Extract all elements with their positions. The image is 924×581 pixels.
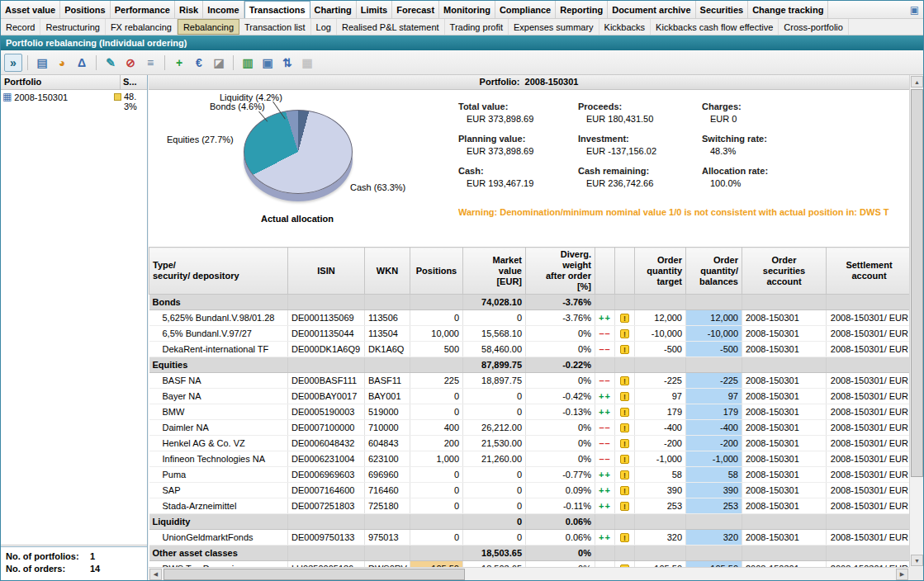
edit-order-icon[interactable]: ✎ (102, 54, 120, 72)
menu-tab-document-archive[interactable]: Document archive (608, 1, 695, 18)
position-row[interactable]: PumaDE000696960369696000-0.77%++!5858200… (149, 467, 910, 483)
column-header-market-value[interactable]: Market value [EUR] (463, 248, 526, 295)
scroll-up-button[interactable]: ▲ (911, 76, 923, 87)
menu-tab-compliance[interactable]: Compliance (495, 1, 556, 18)
scroll-right-button[interactable]: ▶ (896, 569, 908, 580)
menu-tab-performance[interactable]: Performance (111, 1, 175, 18)
cell-market-value: 0 (463, 483, 526, 498)
column-header-share[interactable]: S... (121, 75, 147, 89)
menu-tab-limits[interactable]: Limits (357, 1, 392, 18)
column-header-order-securities-account[interactable]: Order securities account (742, 248, 827, 295)
scroll-down-button[interactable]: ▼ (911, 555, 923, 566)
position-row[interactable]: Bayer NADE000BAY0017BAY00100-0.42%++!979… (149, 389, 910, 404)
group-row[interactable]: Equities87,899.75-0.22% (149, 357, 910, 373)
euro-icon[interactable]: € (190, 54, 208, 72)
cell-order-securities-account: 2008-150301 (742, 373, 827, 389)
position-row[interactable]: Daimler NADE000710000071000040026,212.00… (149, 420, 910, 436)
column-header-settlement-account[interactable]: Settlement account (827, 248, 910, 295)
sub-tab-cross-portfolio[interactable]: Cross-portfolio (779, 19, 849, 35)
sub-tab-fx-rebalancing[interactable]: FX rebalancing (106, 19, 178, 35)
vertical-scroll-thumb[interactable] (911, 89, 923, 477)
position-row[interactable]: 5,625% Bundanl.V.98/01.28DE0001135069113… (149, 310, 910, 326)
position-row[interactable]: Stada-ArzneimittelDE000725180372518000-0… (149, 498, 910, 514)
delete-order-icon[interactable]: ⊘ (121, 54, 140, 72)
sort-icon[interactable]: ⇅ (278, 54, 296, 72)
column-header-wkn[interactable]: WKN (365, 248, 410, 295)
position-row[interactable]: DWS Top DynamicLU0350005186DWS0RV105.501… (149, 561, 910, 568)
cell-diverg-weight: 0% (526, 561, 595, 568)
cell-name: Daimler NA (149, 420, 288, 436)
menu-tab-monitoring[interactable]: Monitoring (439, 1, 495, 18)
portfolio-sidebar: Portfolio S... ▦2008-15030148.3% No. of … (1, 75, 148, 580)
column-header-isin[interactable]: ISIN (288, 248, 365, 295)
cell-trend (595, 514, 615, 530)
menu-tab-risk[interactable]: Risk (175, 1, 203, 18)
menu-tab-securities[interactable]: Securities (696, 1, 749, 18)
group-row[interactable]: Bonds74,028.10-3.76% (149, 295, 910, 310)
cell-order-quantity-balances: -105.50 (686, 561, 742, 568)
sub-tab-trading-profit[interactable]: Trading profit (445, 19, 509, 35)
sub-tab-kickbacks[interactable]: Kickbacks (599, 19, 652, 35)
add-icon[interactable]: + (170, 54, 188, 72)
position-row[interactable]: BMWDE000519000351900000-0.13%++!17917920… (149, 404, 910, 420)
menu-tab-change-tracking[interactable]: Change tracking (748, 1, 828, 18)
menu-tab-transactions[interactable]: Transactions (244, 1, 310, 18)
horizontal-scroll-thumb[interactable] (163, 569, 465, 580)
cell-market-value: 58,460.00 (463, 342, 526, 357)
group-row[interactable]: Liquidity00.06% (149, 514, 910, 530)
scroll-left-button[interactable]: ◀ (149, 569, 162, 580)
delta-icon[interactable]: Δ (73, 54, 91, 72)
menu-tab-asset-value[interactable]: Asset value (1, 1, 60, 18)
sub-tab-expenses-summary[interactable]: Expenses summary (509, 19, 599, 35)
portfolio-row[interactable]: ▦2008-15030148.3% (1, 90, 147, 113)
cell-isin (288, 357, 365, 373)
menu-tab-forecast[interactable]: Forecast (392, 1, 439, 18)
position-row[interactable]: 6,5% Bundanl.V.97/27DE000113504411350410… (149, 326, 910, 342)
allocation-pie-icon[interactable]: ◕ (53, 54, 71, 72)
toolbar: »▤◕Δ✎⊘≡+€◪▥▣⇅▦ (1, 50, 923, 75)
position-row[interactable]: SAPDE0007164600716460000.09%++!390390200… (149, 483, 910, 498)
menu-overflow-button[interactable]: ▣ (906, 1, 923, 18)
vertical-scrollbar[interactable]: ▲ ▼ (909, 75, 923, 567)
column-header-type-security-depository[interactable]: Type/ security/ depository (149, 248, 288, 295)
column-header-positions[interactable]: Positions (410, 248, 463, 295)
sub-tab-transaction-list[interactable]: Transaction list (239, 19, 311, 35)
column-header-order-quantity-balances[interactable]: Order quantity/ balances (686, 248, 742, 295)
summary-value: EUR 236,742.66 (578, 176, 702, 196)
position-row[interactable]: DekaRent-international TFDE000DK1A6Q9DK1… (149, 342, 910, 357)
cell-market-value: 0 (463, 310, 526, 326)
cell-warning: ! (615, 342, 635, 357)
cell-market-value: 18,503.65 (463, 546, 526, 561)
menu-tab-charting[interactable]: Charting (310, 1, 357, 18)
sub-tab-kickbacks-cash-flow-effective[interactable]: Kickbacks cash flow effective (651, 19, 779, 35)
chart-icon[interactable]: ▤ (33, 54, 51, 72)
sub-tab-restructuring[interactable]: Restructuring (40, 19, 105, 35)
rebalancing-settings-icon[interactable]: ≡ (141, 54, 159, 72)
horizontal-scrollbar[interactable]: ◀ ▶ (149, 567, 909, 580)
menu-tab-reporting[interactable]: Reporting (556, 1, 608, 18)
cell-warning (615, 357, 635, 373)
report-icon[interactable]: ▣ (258, 54, 277, 72)
column-header-diverg-weight[interactable]: Diverg. weight after order [%] (526, 248, 595, 295)
column-header-trend[interactable] (595, 248, 615, 295)
column-header-warning[interactable] (615, 248, 635, 295)
cell-market-value: 15,568.10 (463, 326, 526, 342)
chart-edit-icon[interactable]: ▥ (239, 54, 257, 72)
group-row[interactable]: Other asset classes18,503.650% (149, 546, 910, 561)
sub-tab-realised-p-l-statement[interactable]: Realised P&L statement (337, 19, 445, 35)
position-row[interactable]: UnionGeldmarktFondsDE0009750133975013000… (149, 530, 910, 546)
toolbar-separator (233, 55, 234, 70)
sub-tab-log[interactable]: Log (311, 19, 337, 35)
sub-tab-record[interactable]: Record (1, 19, 40, 35)
column-header-portfolio[interactable]: Portfolio (1, 75, 121, 89)
menu-tab-income[interactable]: Income (203, 1, 244, 18)
eraser-icon[interactable]: ◪ (210, 54, 228, 72)
column-header-order-quantity-target[interactable]: Order quantity target (635, 248, 686, 295)
allocation-pie-chart[interactable] (244, 110, 353, 194)
expand-panel-icon[interactable]: » (4, 54, 22, 72)
position-row[interactable]: Infineon Technologies NADE00062310046231… (149, 451, 910, 467)
position-row[interactable]: Henkel AG & Co. VZDE00060484326048432002… (149, 436, 910, 451)
position-row[interactable]: BASF NADE000BASF111BASF1122518,897.750%–… (149, 373, 910, 389)
sub-tab-rebalancing[interactable]: Rebalancing (178, 19, 239, 35)
menu-tab-positions[interactable]: Positions (60, 1, 111, 18)
